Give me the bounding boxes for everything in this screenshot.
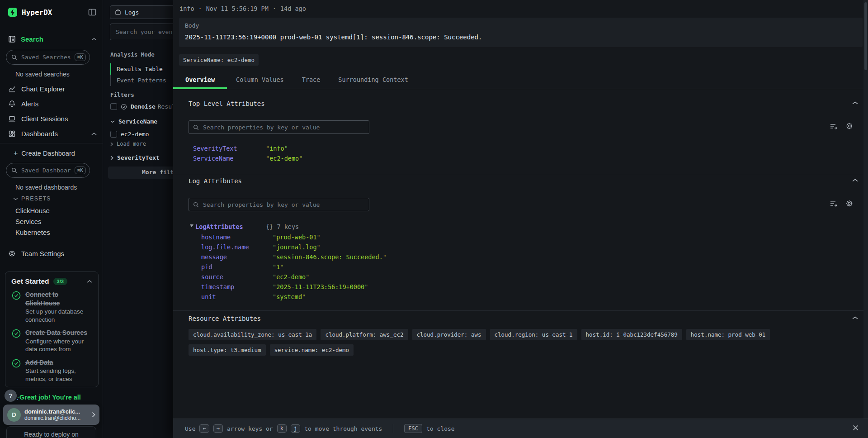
top-level-search-box[interactable] (189, 120, 369, 134)
close-icon[interactable] (852, 424, 859, 431)
sidebar-collapse-icon[interactable] (88, 8, 97, 17)
preset-services[interactable]: Services (15, 218, 42, 225)
saved-searches-input[interactable]: ⌘K (6, 50, 90, 65)
attr-value[interactable]: "ec2-demo" (266, 155, 302, 162)
chevron-up-icon[interactable] (91, 132, 97, 136)
attr-value[interactable]: "info" (266, 145, 288, 152)
resource-chip[interactable]: cloud.platform: aws_ec2 (321, 329, 408, 340)
body-text[interactable]: 2025-11-11T23:56:19+0000 prod-web-01 sys… (185, 33, 857, 41)
sidebar-item-client-sessions[interactable]: Client Sessions (8, 115, 97, 123)
filter-lines-icon[interactable] (830, 200, 838, 207)
source-selector-button[interactable]: Logs (110, 5, 173, 19)
search-icon (11, 167, 17, 173)
deploy-banner[interactable]: Ready to deploy on (6, 426, 96, 438)
attr-key[interactable]: LogAttributes (195, 223, 243, 230)
filter-value-ec2-demo[interactable]: ec2-demo (110, 131, 149, 138)
create-dashboard-button[interactable]: + Create Dashboard (14, 150, 75, 157)
resource-chip[interactable]: cloud.provider: aws (412, 329, 486, 340)
load-more-button[interactable]: Load more (110, 141, 146, 147)
relative-time: 14d ago (280, 5, 306, 12)
presets-toggle[interactable]: PRESETS (13, 195, 51, 202)
attr-row-pid: pid "1" (173, 263, 868, 273)
caret-down-icon[interactable] (190, 224, 193, 227)
checklist-title: Create Data Sources (25, 329, 87, 336)
saved-dashboards-field[interactable] (20, 167, 71, 174)
filter-group-severitytext[interactable]: SeverityText (110, 154, 160, 161)
denoise-filter[interactable]: Denoise Results (110, 103, 173, 110)
filter-group-servicename[interactable]: ServiceName (110, 118, 157, 125)
resource-chip[interactable]: host.id: i-0abc123def456789 (581, 329, 682, 340)
attr-key[interactable]: timestamp (201, 283, 234, 290)
attr-value[interactable]: "journal.log" (273, 243, 321, 251)
attr-value[interactable]: "systemd" (273, 293, 306, 300)
tab-trace[interactable]: Trace (293, 71, 330, 89)
attr-value[interactable]: "prod-web-01" (273, 233, 321, 241)
denoise-checkbox[interactable] (110, 103, 117, 110)
checklist-item[interactable]: Connect to ClickHouse Set up your databa… (11, 290, 92, 324)
scrollbar-thumb[interactable] (864, 2, 867, 70)
attr-key[interactable]: pid (201, 263, 212, 271)
user-menu[interactable]: D dominic.tran@clic... dominic.tran@clic… (3, 405, 99, 425)
chevron-up-icon[interactable] (852, 101, 858, 105)
attr-key[interactable]: source (201, 273, 223, 281)
panel-scrollbar[interactable] (863, 0, 868, 419)
chevron-up-icon[interactable] (87, 280, 92, 283)
resource-chip[interactable]: cloud.region: us-east-1 (490, 329, 577, 340)
section-title-log-attrs: Log Attributes (189, 177, 242, 185)
sidebar-item-alerts[interactable]: Alerts (8, 100, 97, 108)
tab-column-values[interactable]: Column Values (227, 71, 293, 89)
chevron-up-icon[interactable] (852, 178, 858, 182)
brand-logo[interactable]: HyperDX (8, 7, 52, 17)
mode-event-patterns[interactable]: Event Patterns (110, 75, 173, 86)
preset-clickhouse[interactable]: ClickHouse (15, 207, 50, 214)
mode-results-table[interactable]: Results Table (110, 63, 173, 75)
sidebar-item-dashboards[interactable]: Dashboards (8, 130, 97, 138)
chevron-down-icon (110, 120, 115, 123)
more-filters-button[interactable]: More filters (108, 167, 173, 179)
filter-lines-icon[interactable] (830, 123, 838, 130)
saved-dashboards-input[interactable]: ⌘K (6, 163, 90, 178)
plus-icon: + (14, 150, 18, 157)
log-attrs-search-box[interactable] (189, 198, 369, 211)
saved-searches-field[interactable] (20, 53, 71, 61)
attr-key[interactable]: log.file.name (201, 243, 249, 251)
attr-key[interactable]: message (201, 253, 227, 261)
congrats-text: Great job! You're all (19, 393, 91, 402)
tab-surrounding-context[interactable]: Surrounding Context (329, 71, 417, 89)
gear-icon[interactable] (845, 200, 853, 207)
sidebar-item-team-settings[interactable]: Team Settings (8, 250, 97, 257)
sidebar-item-chart-explorer[interactable]: Chart Explorer (8, 85, 97, 93)
check-circle-icon (11, 290, 21, 324)
attr-key[interactable]: hostname (201, 233, 231, 241)
resource-chip[interactable]: service.name: ec2-demo (270, 344, 354, 356)
attr-key[interactable]: unit (201, 293, 216, 300)
gear-icon[interactable] (845, 122, 853, 130)
resource-chip[interactable]: host.type: t3.medium (189, 344, 266, 356)
tab-overview[interactable]: Overview (173, 71, 227, 89)
checklist-item[interactable]: Add Data Start sending logs, metrics, or… (11, 358, 92, 383)
chevron-up-icon[interactable] (91, 38, 97, 41)
resource-chip[interactable]: cloud.availability_zone: us-east-1a (189, 329, 316, 340)
checklist-item[interactable]: Create Data Sources Configure where your… (11, 328, 92, 353)
attr-key[interactable]: ServiceName (193, 155, 233, 162)
event-search-box[interactable] (110, 24, 173, 40)
help-button[interactable]: ? (5, 390, 17, 402)
nav-label: Client Sessions (21, 115, 68, 123)
chevron-up-icon[interactable] (852, 316, 858, 320)
resource-chip[interactable]: host.name: prod-web-01 (686, 329, 770, 340)
sidebar-item-search[interactable]: Search (8, 35, 97, 43)
attr-value[interactable]: "1" (273, 263, 283, 271)
log-attrs-search-input[interactable] (202, 201, 365, 209)
attr-value[interactable]: "ec2-demo" (273, 273, 309, 281)
hyperdx-app: HyperDX Search ⌘K No saved searches Char… (0, 0, 868, 438)
search-icon (11, 54, 17, 60)
attr-value[interactable]: "session-846.scope: Succeeded." (273, 253, 387, 261)
value-checkbox[interactable] (110, 131, 117, 138)
top-level-search-input[interactable] (202, 124, 365, 131)
attr-value[interactable]: "2025-11-11T23:56:19+0000" (273, 283, 368, 290)
event-search-input[interactable] (115, 28, 173, 36)
service-name-tag[interactable]: ServiceName: ec2-demo (179, 54, 259, 66)
resource-chips: cloud.availability_zone: us-east-1a clou… (189, 329, 841, 356)
preset-kubernetes[interactable]: Kubernetes (15, 229, 50, 236)
attr-key[interactable]: SeverityText (193, 145, 237, 152)
